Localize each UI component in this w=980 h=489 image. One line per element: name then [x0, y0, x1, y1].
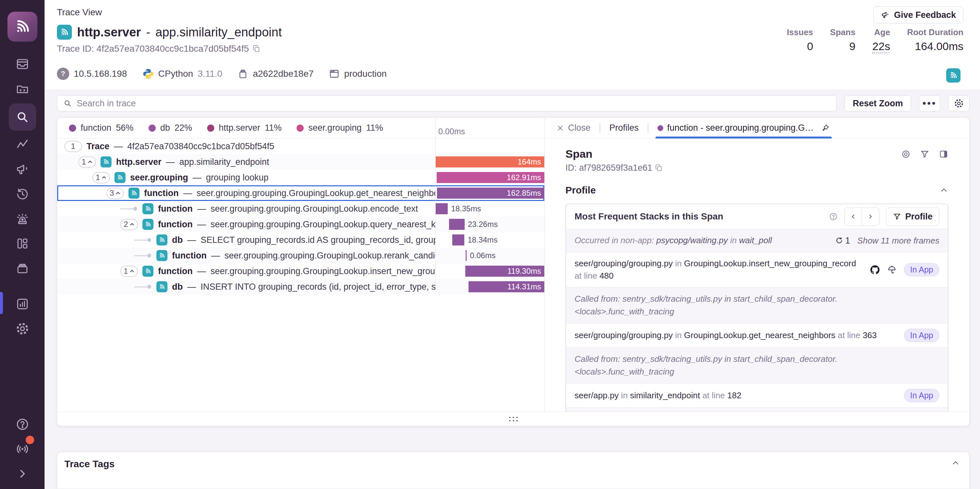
- child-count-pill[interactable]: 1: [78, 156, 96, 168]
- prev-stack-button[interactable]: [845, 207, 862, 226]
- duration-bar[interactable]: 164ms: [436, 156, 544, 167]
- duration-cell[interactable]: 119.30ms: [435, 263, 544, 279]
- sidebar-item-issues[interactable]: [9, 53, 36, 75]
- stack-frame-row[interactable]: seer/app.py in similarity_endpoint at li…: [566, 383, 948, 408]
- in-app-badge[interactable]: In App: [904, 389, 939, 402]
- stack-frame-row[interactable]: seer/json_api.py in json_api.<locals>.de…: [566, 408, 948, 412]
- stat-value[interactable]: 22s: [872, 40, 890, 53]
- sidebar-item-dashboards[interactable]: [9, 233, 36, 254]
- tree-row-db-select[interactable]: db — SELECT grouping_records.id AS group…: [57, 232, 544, 248]
- legend-item-seer-grouping[interactable]: seer.grouping 11%: [296, 123, 383, 133]
- copy-icon[interactable]: [252, 45, 261, 53]
- tree-row-db-insert[interactable]: db — INSERT INTO grouping_records (id, p…: [57, 279, 544, 295]
- duration-bar[interactable]: 162.91ms: [437, 172, 544, 183]
- sidebar-item-explore[interactable]: [9, 78, 36, 99]
- sidebar-item-alerts[interactable]: [9, 208, 36, 229]
- legend-item-function[interactable]: function 56%: [69, 123, 134, 133]
- duration-bar[interactable]: 114.31ms: [469, 281, 544, 292]
- collapse-section-button[interactable]: [939, 186, 948, 195]
- duration-cell[interactable]: 0.06ms: [435, 248, 544, 263]
- span-op: http.server: [116, 157, 162, 167]
- sidebar-item-help[interactable]: [9, 414, 36, 435]
- duration-cell[interactable]: 114.31ms: [435, 279, 544, 295]
- child-count-pill[interactable]: 3: [106, 188, 124, 199]
- tree-row-encode-text[interactable]: function — seer.grouping.grouping.Groupi…: [57, 201, 544, 217]
- show-more-frames-link[interactable]: Show 11 more frames: [858, 236, 939, 246]
- sidebar-item-releases[interactable]: [9, 258, 36, 279]
- duration-bar[interactable]: 23.26ms: [449, 219, 464, 230]
- child-count-pill[interactable]: 1: [120, 266, 138, 277]
- duration-cell[interactable]: 162.91ms: [435, 170, 544, 185]
- focus-span-icon[interactable]: [901, 149, 911, 159]
- resize-drag-handle[interactable]: [509, 417, 518, 421]
- sidebar-item-search[interactable]: [9, 104, 36, 131]
- stack-pager: [845, 207, 880, 226]
- next-stack-button[interactable]: [862, 207, 880, 226]
- duration-cell[interactable]: 18.34ms: [435, 232, 544, 248]
- in-app-badge[interactable]: In App: [904, 263, 939, 276]
- legend-label: function: [81, 123, 111, 133]
- sentry-logo[interactable]: [8, 12, 37, 41]
- tree-row-trace[interactable]: 1 Trace — 4f2a57ea703840cc9c1bca7d05bf54…: [57, 139, 544, 154]
- profile-section-header[interactable]: Profile: [565, 185, 948, 196]
- trace-settings-button[interactable]: [948, 95, 970, 111]
- child-count-pill[interactable]: 2: [120, 219, 138, 230]
- duration-label: 162.85ms: [507, 189, 541, 198]
- legend-item-http-server[interactable]: http.server 11%: [207, 123, 282, 133]
- duration-bar[interactable]: 119.30ms: [465, 266, 544, 277]
- project-badge[interactable]: [946, 68, 961, 83]
- in-app-badge[interactable]: In App: [904, 329, 939, 342]
- tree-row-rerank-candidates[interactable]: function — seer.grouping.grouping.Groupi…: [57, 248, 544, 263]
- collapse-section-button[interactable]: [951, 459, 960, 468]
- more-options-button[interactable]: •••: [919, 95, 940, 111]
- legend-label: http.server: [219, 123, 261, 133]
- stat-label: Root Duration: [907, 27, 963, 37]
- pin-icon: [821, 124, 830, 133]
- umbrella-icon[interactable]: [887, 265, 897, 275]
- github-icon[interactable]: [870, 265, 880, 275]
- sidebar-item-stats[interactable]: [9, 293, 36, 315]
- tab-profiles[interactable]: Profiles: [608, 118, 641, 138]
- help-circle-icon[interactable]: [829, 212, 838, 221]
- tab-span-function[interactable]: function - seer.grouping.grouping.G…: [655, 118, 832, 138]
- tree-row-get-nearest-neighbors-selected[interactable]: 3 function — seer.grouping.grouping.Grou…: [57, 185, 544, 201]
- profiles-tab-label: Profiles: [609, 123, 639, 133]
- sidebar-item-replays[interactable]: [9, 183, 36, 205]
- child-count-pill[interactable]: 1: [64, 141, 82, 152]
- sidebar-item-whats-new[interactable]: [9, 438, 36, 460]
- copy-icon[interactable]: [655, 164, 663, 172]
- tree-row-http-server[interactable]: 1 http.server — app.similarity_endpoint …: [57, 154, 544, 170]
- stack-frame-row[interactable]: seer/grouping/grouping.py in GroupingLoo…: [566, 323, 948, 347]
- duration-cell[interactable]: 162.85ms: [435, 185, 544, 201]
- filter-icon[interactable]: [920, 149, 930, 159]
- duration-cell[interactable]: 18.35ms: [435, 201, 544, 217]
- duration-bar[interactable]: 0.06ms: [466, 250, 466, 261]
- open-profile-button[interactable]: Profile: [886, 207, 939, 226]
- sidebar-item-feedback[interactable]: [9, 159, 36, 180]
- pin-tab-button[interactable]: [821, 124, 830, 133]
- span-description: seer.grouping.grouping.GroupingLookup.qu…: [210, 220, 435, 229]
- search-box[interactable]: [57, 95, 837, 111]
- duration-bar[interactable]: 162.85ms: [437, 188, 544, 199]
- tree-row-insert-new-grouping-record[interactable]: 1 function — seer.grouping.grouping.Grou…: [57, 263, 544, 279]
- span-op: function: [172, 251, 207, 261]
- reset-zoom-button[interactable]: Reset Zoom: [845, 95, 911, 111]
- duration-cell[interactable]: 23.26ms: [435, 217, 544, 232]
- duration-cell[interactable]: 164ms: [435, 154, 544, 170]
- duration-bar[interactable]: 18.35ms: [436, 203, 448, 214]
- close-tab[interactable]: Close: [554, 118, 592, 138]
- timeline-header[interactable]: 0.00ms: [435, 118, 544, 138]
- give-feedback-button[interactable]: Give Feedback: [873, 6, 963, 24]
- tree-row-seer-grouping[interactable]: 1 seer.grouping — grouping lookup 162.91…: [57, 170, 544, 185]
- layout-columns-icon[interactable]: [939, 149, 948, 159]
- sidebar-item-settings[interactable]: [9, 318, 36, 339]
- legend-item-db[interactable]: db 22%: [149, 123, 192, 133]
- sidebar-item-metrics[interactable]: [9, 134, 36, 155]
- duration-bar[interactable]: 18.34ms: [452, 234, 464, 245]
- child-count-pill[interactable]: 1: [92, 172, 110, 183]
- sidebar-collapse-toggle[interactable]: [9, 463, 36, 484]
- duration-cell[interactable]: [435, 139, 544, 154]
- stack-frame-row[interactable]: seer/grouping/grouping.py in GroupingLoo…: [566, 252, 948, 287]
- search-input[interactable]: [77, 99, 830, 108]
- tree-row-query-nearest-k-neighbors[interactable]: 2 function — seer.grouping.grouping.Grou…: [57, 217, 544, 232]
